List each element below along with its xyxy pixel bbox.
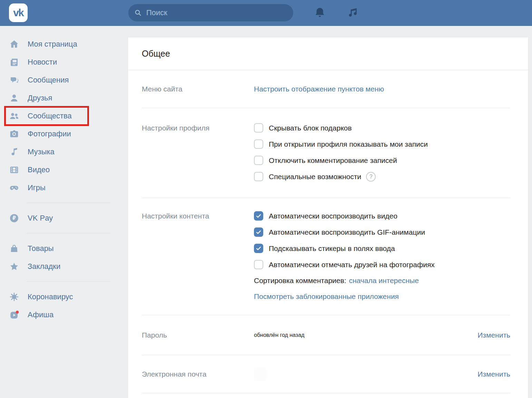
sidebar-item-my-page[interactable]: Моя страница bbox=[0, 35, 128, 53]
email-value-redacted bbox=[254, 367, 266, 381]
page-title: Общее bbox=[142, 49, 170, 59]
photos-icon bbox=[9, 129, 19, 139]
sidebar-item-friends[interactable]: Друзья bbox=[0, 89, 128, 107]
communities-icon bbox=[9, 111, 19, 121]
sidebar: Моя страница Новости Сообщения Д bbox=[0, 26, 128, 398]
messages-icon bbox=[9, 75, 19, 85]
checkbox-row: Скрывать блок подарков bbox=[254, 120, 510, 136]
checkbox-show-my-posts[interactable] bbox=[254, 139, 263, 149]
section-label: Настройки контента bbox=[142, 208, 254, 315]
change-email-link[interactable]: Изменить bbox=[477, 370, 510, 378]
profile-settings-section: Настройки профиля Скрывать блок подарков… bbox=[128, 108, 528, 198]
sidebar-item-music[interactable]: Музыка bbox=[0, 143, 128, 161]
row-label: Пароль bbox=[142, 331, 254, 339]
card-header: Общее bbox=[128, 37, 528, 70]
search-icon bbox=[134, 9, 142, 17]
sidebar-item-games[interactable]: Игры bbox=[0, 179, 128, 197]
home-icon bbox=[9, 39, 19, 49]
change-password-link[interactable]: Изменить bbox=[477, 331, 510, 339]
site-menu-row: Меню сайта Настроить отображение пунктов… bbox=[128, 70, 528, 108]
sidebar-item-news[interactable]: Новости bbox=[0, 53, 128, 71]
checkbox-row: Подсказывать стикеры в полях ввода bbox=[254, 240, 510, 256]
search-input[interactable]: Поиск bbox=[128, 4, 293, 21]
sidebar-divider bbox=[27, 203, 110, 203]
checkbox-hide-gifts[interactable] bbox=[254, 123, 263, 133]
settings-card: Общее Меню сайта Настроить отображение п… bbox=[128, 37, 529, 398]
checkbox-autoplay-video[interactable] bbox=[254, 211, 263, 221]
sidebar-item-messages[interactable]: Сообщения bbox=[0, 71, 128, 89]
help-icon[interactable]: ? bbox=[366, 172, 376, 182]
bookmarks-icon bbox=[9, 261, 19, 272]
checkbox-accessibility[interactable] bbox=[254, 172, 263, 181]
sidebar-item-vk-pay[interactable]: ₽ VK Pay bbox=[0, 209, 128, 227]
comment-sort-link[interactable]: сначала интересные bbox=[349, 276, 418, 285]
checkbox-row: Автоматически воспроизводить GIF-анимаци… bbox=[254, 224, 510, 240]
market-icon bbox=[9, 243, 19, 254]
comment-sort-label: Сортировка комментариев: bbox=[254, 276, 346, 285]
sidebar-divider bbox=[27, 281, 110, 282]
checkbox-row: Отключить комментирование записей bbox=[254, 152, 510, 168]
password-row: Пароль обновлён год назад Изменить bbox=[128, 315, 528, 355]
checkbox-row: При открытии профиля показывать мои запи… bbox=[254, 136, 510, 152]
sidebar-item-photos[interactable]: Фотографии bbox=[0, 125, 128, 143]
row-label: Электронная почта bbox=[142, 370, 254, 378]
svg-text:₽: ₽ bbox=[12, 215, 16, 221]
checkbox-suggest-stickers[interactable] bbox=[254, 244, 263, 253]
password-value: обновлён год назад bbox=[254, 332, 304, 338]
checkbox-row: Автоматически отмечать друзей на фотогра… bbox=[254, 256, 510, 273]
divider bbox=[142, 393, 510, 393]
vk-logo-text: vk bbox=[13, 7, 23, 19]
blocked-apps-row: Посмотреть заблокированные приложения bbox=[254, 289, 510, 304]
blocked-apps-link[interactable]: Посмотреть заблокированные приложения bbox=[254, 292, 399, 301]
sidebar-item-video[interactable]: Видео bbox=[0, 161, 128, 179]
comment-sort-row: Сортировка комментариев: сначала интерес… bbox=[254, 273, 510, 289]
checkbox-autoplay-gif[interactable] bbox=[254, 227, 263, 237]
vk-logo[interactable]: vk bbox=[9, 3, 28, 22]
checkbox-row: Специальные возможности ? bbox=[254, 168, 510, 185]
afisha-icon bbox=[9, 310, 19, 320]
checkbox-row: Автоматически воспроизводить видео bbox=[254, 208, 510, 224]
checkbox-auto-tag-friends[interactable] bbox=[254, 260, 263, 269]
topbar: vk Поиск bbox=[0, 0, 532, 26]
vkpay-icon: ₽ bbox=[9, 213, 19, 223]
search-placeholder: Поиск bbox=[146, 8, 167, 17]
section-label: Настройки профиля bbox=[142, 120, 254, 198]
coronavirus-icon bbox=[9, 292, 19, 302]
sidebar-item-afisha[interactable]: Афиша bbox=[0, 306, 128, 324]
news-icon bbox=[9, 57, 19, 67]
music-notes-icon[interactable] bbox=[346, 6, 359, 19]
notifications-bell-icon[interactable] bbox=[313, 6, 326, 19]
sidebar-item-communities[interactable]: Сообщества bbox=[0, 107, 128, 125]
music-icon bbox=[9, 147, 19, 157]
games-icon bbox=[9, 183, 19, 193]
content-settings-section: Настройки контента Автоматически воспрои… bbox=[128, 198, 528, 315]
sidebar-divider bbox=[27, 233, 110, 233]
sidebar-item-coronavirus[interactable]: Коронавирус bbox=[0, 288, 128, 306]
configure-menu-link[interactable]: Настроить отображение пунктов меню bbox=[254, 85, 384, 93]
sidebar-item-bookmarks[interactable]: Закладки bbox=[0, 258, 128, 275]
sidebar-item-market[interactable]: Товары bbox=[0, 240, 128, 258]
row-label: Меню сайта bbox=[142, 85, 254, 93]
video-icon bbox=[9, 165, 19, 175]
notification-badge bbox=[16, 311, 19, 314]
checkbox-disable-comments[interactable] bbox=[254, 156, 263, 165]
friend-icon bbox=[9, 93, 19, 103]
email-row: Электронная почта Изменить bbox=[128, 355, 528, 393]
